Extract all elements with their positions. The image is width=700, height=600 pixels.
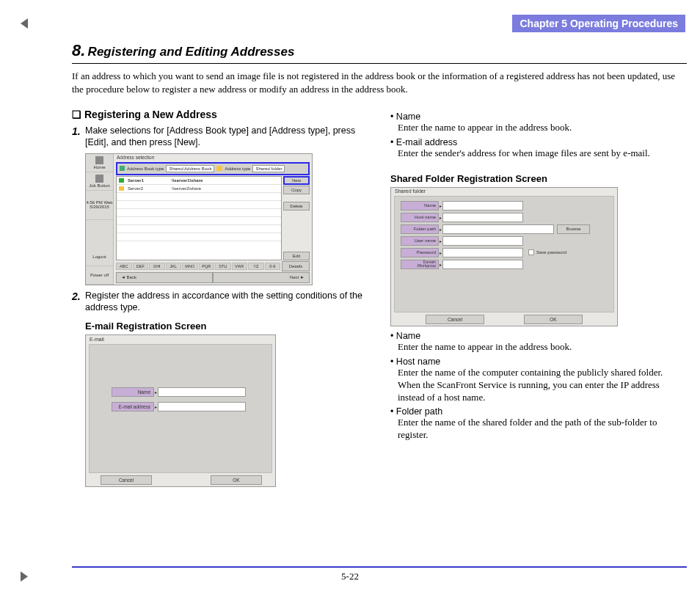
name-input[interactable] <box>158 387 246 397</box>
host-input[interactable] <box>442 213 523 222</box>
job-button[interactable]: Job Button <box>86 172 113 191</box>
cancel-button[interactable]: Cancel <box>101 475 152 485</box>
prev-page-arrow-icon[interactable] <box>21 18 28 29</box>
heading-marker: ❏ <box>72 109 81 120</box>
savepw-checkbox[interactable] <box>528 249 534 255</box>
shot1-nav: ◄ Back Next ► <box>116 272 310 283</box>
folder-input[interactable] <box>442 224 554 234</box>
chapter-header: Chapter 5 Operating Procedures <box>512 15 685 32</box>
list-item[interactable]: Server2\\server2\share <box>117 185 281 193</box>
logout-button[interactable]: Logout <box>86 248 113 266</box>
domain-input[interactable] <box>442 260 523 269</box>
letter-button[interactable]: MNO <box>182 263 198 270</box>
copy-button[interactable]: Copy <box>283 186 310 194</box>
home-icon <box>95 156 103 164</box>
edit-button[interactable]: Edit <box>283 252 310 260</box>
letter-button[interactable]: 0-9 <box>265 263 281 270</box>
bullet-body: Enter the name to appear in the address … <box>398 122 687 134</box>
bullet-term: • Folder path <box>390 406 687 417</box>
time-display: 4:56 PM Web 5/29/2015 <box>86 191 113 220</box>
poweroff-label: Power off <box>90 273 109 277</box>
list-item[interactable]: Server1\\server1\share <box>117 177 281 185</box>
letter-button[interactable]: GHI <box>149 263 165 270</box>
name-field-row: Name ▸ <box>112 387 246 397</box>
shot1-main: Address selection Address Book type Shar… <box>114 154 312 285</box>
address-selection-screenshot: Home Job Button 4:56 PM Web 5/29/2015 Lo… <box>85 153 313 285</box>
page-number: 5-22 <box>0 571 700 582</box>
email-field-row: E-mail address ▸ <box>112 402 246 411</box>
host-row: Host name▸ <box>401 213 608 222</box>
pass-input[interactable] <box>442 248 523 257</box>
shot1-sidebar: Home Job Button 4:56 PM Web 5/29/2015 Lo… <box>86 154 114 285</box>
section-title: Registering and Editing Addresses <box>88 45 295 59</box>
cancel-button[interactable]: Cancel <box>426 315 484 324</box>
next-button[interactable]: Next ► <box>213 272 310 283</box>
job-label: Job Button <box>89 183 110 188</box>
job-icon <box>95 175 103 183</box>
poweroff-button[interactable]: Power off <box>86 266 113 285</box>
right-column: • Name Enter the name to appear in the a… <box>390 109 687 491</box>
delete-button[interactable]: Delete <box>283 202 310 211</box>
home-button[interactable]: Home <box>86 154 113 172</box>
bullet-body: Enter the sender's address for when imag… <box>398 147 687 160</box>
address-list: Server1\\server1\share Server2\\server2\… <box>116 176 282 260</box>
email-input[interactable] <box>158 402 246 411</box>
shot3-body: Name▸ Host name▸ Folder path▸Browse User… <box>394 196 614 312</box>
list-action-buttons: New Copy Delete Edit <box>282 176 310 260</box>
letter-button[interactable]: VWX <box>232 263 248 270</box>
user-input[interactable] <box>442 236 523 246</box>
folder-label: Folder path <box>401 224 439 234</box>
step-2-text: Register the address in accordance with … <box>85 290 368 314</box>
step-1: 1. Make selections for [Address Book typ… <box>72 125 368 149</box>
bullet-body: Enter the name of the shared folder and … <box>398 417 687 442</box>
book-icon <box>120 166 125 171</box>
savepw-label: Save password <box>536 250 566 255</box>
details-button[interactable]: Details <box>282 261 310 271</box>
atype-label: Address type <box>225 167 250 171</box>
name-row: Name▸ <box>401 201 608 211</box>
abtype-select[interactable]: Shared Address Book <box>166 165 214 172</box>
host-label: Host name <box>401 213 439 222</box>
email-label: E-mail address <box>112 402 154 411</box>
ok-button[interactable]: OK <box>211 475 262 485</box>
pass-row: Password▸Save password <box>401 248 608 257</box>
email-screen-caption: E-mail Registration Screen <box>85 321 368 332</box>
section-header: 8. Registering and Editing Addresses <box>72 41 687 64</box>
step-2: 2. Register the address in accordance wi… <box>72 290 368 314</box>
ok-button[interactable]: OK <box>524 315 583 324</box>
letter-button[interactable]: PQR <box>199 263 215 270</box>
row-name: Server1 <box>128 178 168 183</box>
pass-label: Password <box>401 248 439 257</box>
user-row: User name▸ <box>401 236 608 246</box>
back-button[interactable]: ◄ Back <box>116 272 213 283</box>
user-label: User name <box>401 236 439 246</box>
letter-filter: ABC DEF GHI JKL MNO PQR STU VWX YZ 0-9 <box>116 261 280 271</box>
folder-row: Folder path▸Browse <box>401 224 608 234</box>
folder-icon <box>216 166 222 171</box>
name-input[interactable] <box>442 201 523 211</box>
letter-button[interactable]: DEF <box>133 263 149 270</box>
bullet-body: Enter the name of the computer containin… <box>398 367 687 404</box>
abtype-label: Address Book type <box>127 167 164 171</box>
page-content: 8. Registering and Editing Addresses If … <box>72 41 687 491</box>
step-1-number: 1. <box>72 125 85 149</box>
row-path: \\server2\share <box>172 186 201 191</box>
shot2-title: E-mail <box>86 335 275 344</box>
server-icon <box>119 178 124 183</box>
left-column: ❏Registering a New Address 1. Make selec… <box>72 109 368 491</box>
folder-icon <box>119 186 124 191</box>
shot3-buttons: Cancel OK <box>391 312 617 326</box>
letter-button[interactable]: JKL <box>166 263 182 270</box>
logout-label: Logout <box>92 255 106 259</box>
new-button[interactable]: New <box>283 176 310 185</box>
letter-button[interactable]: STU <box>215 263 231 270</box>
letter-button[interactable]: ABC <box>116 263 132 270</box>
browse-button[interactable]: Browse <box>557 224 590 234</box>
page-rule <box>72 566 687 568</box>
shot2-body: Name ▸ E-mail address ▸ <box>89 344 272 473</box>
letter-button[interactable]: YZ <box>248 263 264 270</box>
atype-select[interactable]: Shared folder <box>252 165 285 172</box>
shared-folder-caption: Shared Folder Registration Screen <box>390 173 687 184</box>
bullet-term: • Host name <box>390 356 687 367</box>
step-1-text: Make selections for [Address Book type] … <box>85 125 368 149</box>
